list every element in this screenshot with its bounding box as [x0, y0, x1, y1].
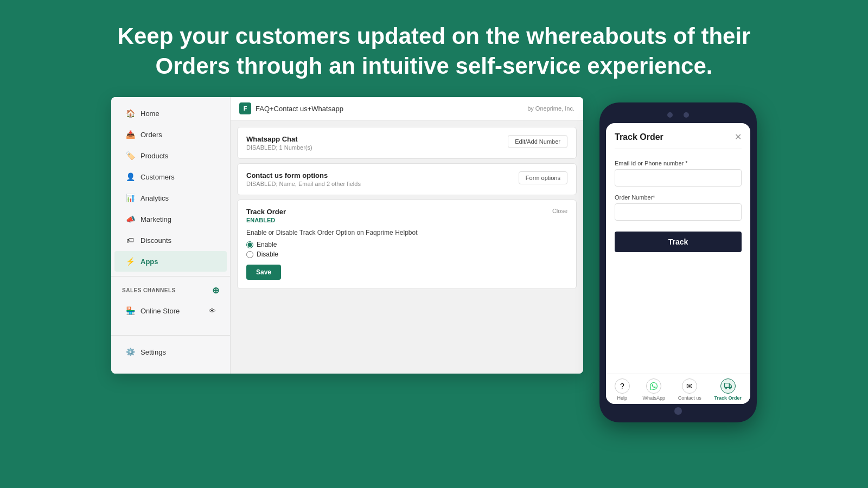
- apps-icon: ⚡: [125, 256, 135, 266]
- sidebar-nav: 🏠 Home 📥 Orders 🏷️ Products 👤 Customers …: [111, 102, 230, 335]
- sales-channels-label: SALES CHANNELS: [122, 287, 176, 293]
- cards-area: Whatsapp Chat DISABLED; 1 Number(s) Edit…: [231, 120, 583, 296]
- app-header: F FAQ+Contact us+Whatsapp by Oneprime, I…: [231, 97, 583, 120]
- whatsapp-nav-icon: [646, 378, 661, 394]
- email-label: Email id or Phone number *: [615, 160, 742, 166]
- analytics-icon: 📊: [125, 193, 135, 203]
- phone-home-button[interactable]: [674, 407, 682, 415]
- order-label: Order Number*: [615, 194, 742, 201]
- sidebar-label-analytics: Analytics: [141, 194, 169, 202]
- orders-icon: 📥: [125, 130, 135, 139]
- track-order-nav-label: Track Order: [714, 395, 742, 401]
- main-content: F FAQ+Contact us+Whatsapp by Oneprime, I…: [231, 97, 583, 374]
- sidebar-item-analytics[interactable]: 📊 Analytics: [114, 188, 227, 208]
- disable-radio-label[interactable]: Disable: [246, 251, 567, 258]
- contact-nav-label: Contact us: [678, 395, 701, 401]
- track-order-description: Enable or Disable Track Order Option on …: [246, 229, 567, 236]
- enable-radio-label[interactable]: Enable: [246, 241, 567, 248]
- track-button[interactable]: Track: [615, 232, 742, 252]
- sidebar: 🏠 Home 📥 Orders 🏷️ Products 👤 Customers …: [111, 97, 231, 374]
- settings-icon: ⚙️: [125, 347, 135, 357]
- hero-line1: Keep your customers updated on the where…: [118, 23, 751, 49]
- sidebar-item-marketing[interactable]: 📣 Marketing: [114, 209, 227, 229]
- track-order-nav-icon: [720, 378, 736, 394]
- sidebar-label-products: Products: [141, 152, 168, 160]
- svg-point-2: [729, 388, 731, 389]
- content-area: 🏠 Home 📥 Orders 🏷️ Products 👤 Customers …: [0, 97, 868, 422]
- phone-camera-bar: [606, 112, 750, 118]
- order-number-field-group: Order Number*: [615, 194, 742, 221]
- sidebar-item-settings[interactable]: ⚙️ Settings: [114, 342, 227, 362]
- sidebar-label-customers: Customers: [141, 173, 175, 181]
- modal-close-icon[interactable]: ✕: [735, 132, 742, 142]
- sidebar-item-online-store[interactable]: 🏪 Online Store 👁: [114, 300, 227, 321]
- whatsapp-card: Whatsapp Chat DISABLED; 1 Number(s) Edit…: [237, 127, 577, 159]
- enable-radio[interactable]: [246, 241, 253, 248]
- hero-line2: Orders through an intuitive self-service…: [155, 53, 712, 79]
- sidebar-label-marketing: Marketing: [141, 215, 171, 223]
- email-field-group: Email id or Phone number *: [615, 160, 742, 187]
- phone-mockup: Track Order ✕ Email id or Phone number *…: [599, 102, 757, 422]
- app-by: by Oneprime, Inc.: [527, 105, 575, 112]
- email-input[interactable]: [615, 169, 742, 187]
- sidebar-item-home[interactable]: 🏠 Home: [114, 103, 227, 124]
- sidebar-divider: [111, 276, 230, 277]
- nav-whatsapp[interactable]: WhatsApp: [643, 378, 666, 401]
- contact-card-info: Contact us form options DISABLED; Name, …: [246, 171, 361, 187]
- discounts-icon: 🏷: [125, 235, 135, 245]
- track-order-close-button[interactable]: Close: [552, 208, 567, 214]
- whatsapp-card-info: Whatsapp Chat DISABLED; 1 Number(s): [246, 135, 312, 151]
- sidebar-item-products[interactable]: 🏷️ Products: [114, 145, 227, 166]
- add-channel-icon[interactable]: ⊕: [212, 285, 220, 296]
- hero-section: Keep your customers updated on the where…: [0, 0, 868, 97]
- edit-add-number-button[interactable]: Edit/Add Number: [508, 135, 567, 148]
- track-order-card-title: Track Order: [246, 208, 286, 216]
- disable-radio[interactable]: [246, 251, 253, 258]
- contact-card-subtitle: DISABLED; Name, Email and 2 other fields: [246, 181, 361, 187]
- phone-screen: Track Order ✕ Email id or Phone number *…: [606, 123, 750, 404]
- contact-nav-icon: ✉: [682, 378, 697, 394]
- sidebar-label-orders: Orders: [141, 131, 162, 139]
- enable-radio-text: Enable: [257, 241, 277, 248]
- nav-help[interactable]: ? Help: [615, 378, 630, 401]
- sidebar-item-orders[interactable]: 📥 Orders: [114, 124, 227, 145]
- phone-speaker: [667, 112, 673, 118]
- sidebar-footer: ⚙️ Settings: [111, 335, 230, 368]
- sidebar-item-apps[interactable]: ⚡ Apps: [114, 251, 227, 272]
- help-nav-icon: ?: [615, 378, 630, 394]
- sidebar-item-discounts[interactable]: 🏷 Discounts: [114, 230, 227, 251]
- sidebar-label-apps: Apps: [141, 258, 158, 266]
- home-icon: 🏠: [125, 108, 135, 118]
- track-order-card-header: Track Order ENABLED Close: [246, 208, 567, 223]
- whatsapp-card-title: Whatsapp Chat: [246, 135, 312, 143]
- phone-screen-content: Track Order ✕ Email id or Phone number *…: [606, 123, 750, 374]
- track-order-status: ENABLED: [246, 217, 286, 223]
- phone-home-area: [606, 404, 750, 416]
- svg-rect-0: [724, 383, 729, 388]
- sidebar-label-online-store: Online Store: [141, 307, 180, 315]
- whatsapp-nav-label: WhatsApp: [643, 395, 666, 401]
- nav-contact[interactable]: ✉ Contact us: [678, 378, 701, 401]
- track-order-modal-title: Track Order: [615, 132, 663, 142]
- disable-radio-text: Disable: [257, 251, 278, 258]
- save-button[interactable]: Save: [246, 265, 281, 280]
- nav-track-order[interactable]: Track Order: [714, 378, 742, 401]
- order-number-input[interactable]: [615, 203, 742, 221]
- app-header-left: F FAQ+Contact us+Whatsapp: [239, 102, 343, 114]
- sidebar-label-discounts: Discounts: [141, 236, 171, 245]
- sidebar-label-home: Home: [141, 110, 159, 118]
- admin-panel: 🏠 Home 📥 Orders 🏷️ Products 👤 Customers …: [111, 97, 583, 374]
- track-order-card: Track Order ENABLED Close Enable or Disa…: [237, 200, 577, 289]
- online-store-icon: 🏪: [125, 306, 135, 316]
- sidebar-label-settings: Settings: [141, 348, 166, 356]
- sidebar-item-customers[interactable]: 👤 Customers: [114, 166, 227, 187]
- contact-card-header: Contact us form options DISABLED; Name, …: [246, 171, 567, 187]
- track-order-modal-header: Track Order ✕: [615, 132, 742, 149]
- contact-card-title: Contact us form options: [246, 171, 361, 179]
- sales-channels-header: SALES CHANNELS ⊕: [111, 281, 230, 300]
- form-options-button[interactable]: Form options: [519, 171, 567, 184]
- track-order-radio-group: Enable Disable: [246, 241, 567, 258]
- help-nav-label: Help: [617, 395, 628, 401]
- track-order-card-info: Track Order ENABLED: [246, 208, 286, 223]
- eye-icon[interactable]: 👁: [209, 307, 216, 315]
